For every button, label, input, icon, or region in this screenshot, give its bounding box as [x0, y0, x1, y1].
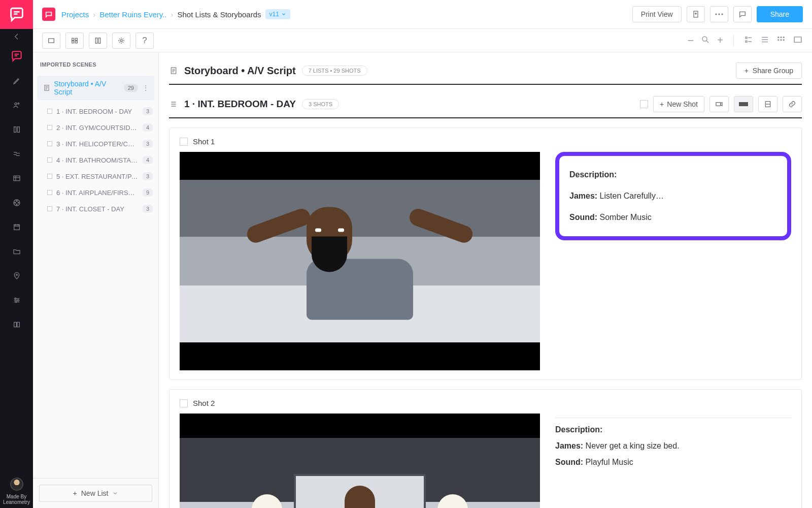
crumb-project[interactable]: Better Ruins Every..: [99, 10, 166, 19]
svg-rect-40: [739, 102, 748, 106]
shot-card: Shot 2 Description:: [169, 389, 802, 508]
tool-settings-icon[interactable]: [112, 33, 130, 49]
tool-columns-icon[interactable]: [89, 33, 107, 49]
svg-point-26: [120, 40, 122, 42]
scene-item[interactable]: 7 · INT. CLOSET - DAY3: [33, 201, 158, 217]
project-badge-icon[interactable]: [42, 8, 55, 21]
group-title: Storyboard • A/V Script: [184, 65, 296, 77]
tool-canvas-icon[interactable]: [42, 33, 60, 49]
list-icon: [169, 100, 178, 109]
main-content: Storyboard • A/V Script 7 LISTS • 29 SHO…: [159, 52, 812, 508]
zoom-in-icon[interactable]: +: [717, 35, 723, 46]
crumb-current: Shot Lists & Storyboards: [177, 10, 261, 19]
zoom-search-icon[interactable]: [701, 35, 710, 46]
sidebar-group-label: Storyboard • A/V Script: [54, 80, 123, 96]
svg-rect-32: [783, 37, 785, 38]
breadcrumb: Projects › Better Ruins Every.. › Shot L…: [61, 9, 290, 19]
scene-item[interactable]: 5 · EXT. RESTAURANT/PATIO - ...3: [33, 168, 158, 184]
sidebar-group-count: 29: [124, 84, 138, 92]
made-by-label: Made ByLeanometry: [3, 494, 30, 508]
chevron-down-icon: [112, 490, 118, 496]
svg-point-18: [721, 13, 723, 15]
svg-point-13: [17, 300, 19, 301]
share-button[interactable]: Share: [757, 6, 803, 22]
scene-item[interactable]: 2 · INT. GYM/COURTSIDE - DAY4: [33, 119, 158, 136]
camera-button[interactable]: [709, 96, 729, 112]
rail-book-icon[interactable]: [0, 312, 33, 337]
shot-checkbox[interactable]: [180, 399, 188, 407]
group-meta: 7 LISTS • 29 SHOTS: [302, 66, 367, 76]
export-button[interactable]: [687, 6, 705, 22]
svg-rect-24: [95, 38, 97, 43]
scene-item[interactable]: 3 · INT. HELICOPTER/COCKPIT ...3: [33, 136, 158, 152]
aspect-button[interactable]: [734, 96, 753, 112]
shot-description: Description: James: Never get a king siz…: [555, 414, 791, 508]
select-all-checkbox[interactable]: [640, 100, 648, 108]
shot-image[interactable]: [180, 152, 540, 370]
rail-reel-icon[interactable]: [0, 190, 33, 215]
rail-calendar-icon[interactable]: [0, 215, 33, 239]
comments-button[interactable]: [733, 6, 752, 22]
shot-image[interactable]: [180, 414, 540, 508]
share-group-button[interactable]: +Share Group: [736, 62, 802, 79]
svg-rect-25: [98, 38, 100, 43]
shot-checkbox[interactable]: [180, 138, 188, 146]
svg-point-17: [718, 13, 720, 15]
svg-rect-35: [783, 39, 785, 41]
view-grid-icon[interactable]: [776, 35, 786, 46]
scene-item[interactable]: 1 · INT. BEDROOM - DAY3: [33, 103, 158, 119]
rail-people-icon[interactable]: [0, 93, 33, 117]
svg-rect-3: [17, 127, 19, 133]
rail-flow-icon[interactable]: [0, 142, 33, 166]
tool-grid-icon[interactable]: [65, 33, 84, 49]
svg-rect-21: [75, 38, 77, 40]
view-toolbar: ? − +: [33, 29, 812, 52]
svg-rect-23: [75, 41, 77, 43]
rail-location-icon[interactable]: [0, 264, 33, 288]
new-list-button[interactable]: + New List: [39, 485, 152, 502]
svg-rect-10: [14, 225, 19, 230]
version-selector[interactable]: v11: [265, 9, 290, 19]
scene-header: 1 · INT. BEDROOM - DAY 3 SHOTS +New Shot: [169, 85, 802, 118]
left-rail: Made ByLeanometry: [0, 0, 33, 508]
brand-logo[interactable]: [0, 0, 33, 29]
link-button[interactable]: [783, 96, 802, 112]
svg-point-9: [14, 202, 15, 203]
sidebar-group-storyboard[interactable]: Storyboard • A/V Script 29 ⋮: [37, 76, 154, 100]
rail-edit-icon[interactable]: [0, 69, 33, 93]
scene-item[interactable]: 4 · INT. BATHROOM/STALL - D...4: [33, 152, 158, 168]
rail-folder-icon[interactable]: [0, 239, 33, 264]
more-icon[interactable]: ⋮: [142, 84, 149, 92]
view-rows-icon[interactable]: [760, 35, 769, 46]
svg-point-11: [16, 274, 17, 276]
print-view-button[interactable]: Print View: [632, 6, 682, 22]
svg-rect-2: [14, 127, 16, 133]
svg-rect-22: [72, 41, 74, 43]
rail-boards-icon[interactable]: [0, 117, 33, 142]
rail-table-icon[interactable]: [0, 166, 33, 190]
view-list-icon[interactable]: [744, 35, 753, 46]
svg-rect-28: [746, 37, 747, 38]
more-button[interactable]: [710, 6, 728, 22]
shot-card: Shot 1: [169, 128, 802, 380]
new-shot-button[interactable]: +New Shot: [653, 96, 704, 112]
crumb-projects[interactable]: Projects: [61, 10, 89, 19]
back-arrow-icon[interactable]: [0, 29, 33, 44]
document-icon: [169, 66, 178, 75]
svg-point-6: [16, 201, 17, 202]
shot-name: Shot 1: [193, 137, 215, 146]
layout-button[interactable]: [758, 96, 777, 112]
zoom-out-icon[interactable]: −: [687, 34, 694, 47]
plus-icon: +: [660, 100, 664, 108]
scenes-sidebar: IMPORTED SCENES Storyboard • A/V Script …: [33, 52, 159, 508]
rail-storyboard-icon[interactable]: [0, 44, 33, 69]
chevron-right-icon: ›: [93, 10, 95, 19]
shot-count-pill: 3 SHOTS: [302, 99, 339, 109]
rail-sliders-icon[interactable]: [0, 288, 33, 312]
svg-point-16: [715, 13, 717, 15]
tool-help-icon[interactable]: ?: [136, 33, 154, 49]
scene-item[interactable]: 6 · INT. AIRPLANE/FIRST CLAS...9: [33, 184, 158, 201]
view-film-icon[interactable]: [793, 35, 803, 46]
user-avatar[interactable]: [10, 478, 23, 491]
group-header: Storyboard • A/V Script 7 LISTS • 29 SHO…: [169, 59, 802, 85]
